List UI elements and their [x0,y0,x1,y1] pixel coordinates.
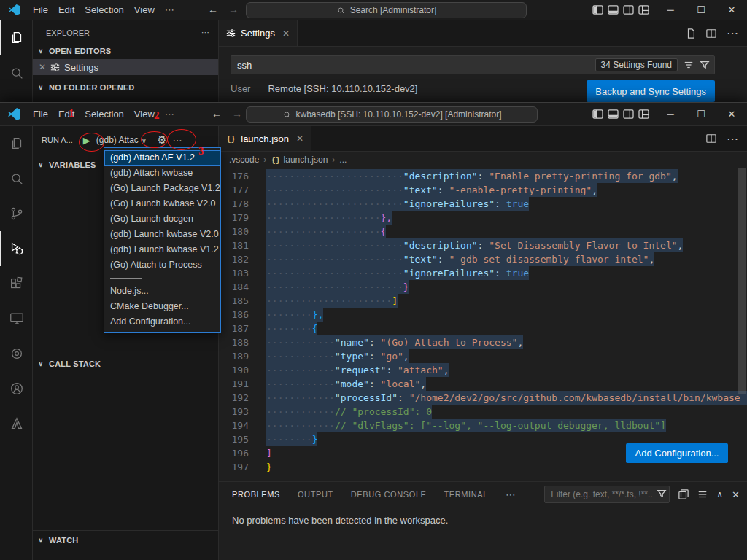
code-line[interactable]: 188············"name": "(Go) Attach to P… [219,335,747,349]
toggle-sidebar-icon[interactable] [592,5,603,15]
menu-file[interactable]: File [28,3,53,17]
add-configuration-button[interactable]: Add Configuration... [626,443,728,463]
code-line[interactable]: 179····················}, [219,211,747,225]
panel-tab-debug-console[interactable]: DEBUG CONSOLE [351,482,427,508]
toggle-secondary-sidebar-icon[interactable] [623,109,634,119]
menu-view[interactable]: View [129,3,160,17]
close-panel-icon[interactable]: ✕ [732,489,740,500]
menu-view[interactable]: View [129,107,160,121]
toggle-sidebar-icon[interactable] [592,109,603,119]
code-line[interactable]: 193············// "processId": 0 [219,405,747,419]
breadcrumb-item[interactable]: {}launch.json [271,155,328,165]
close-tab-icon[interactable]: ✕ [296,133,303,144]
menu-edit[interactable]: Edit [53,107,80,121]
breadcrumb-item[interactable]: .vscode [229,155,259,165]
dropdown-item[interactable]: Node.js... [104,284,220,299]
code-line[interactable]: 183························"ignoreFailur… [219,266,747,280]
open-editor-settings-item[interactable]: ✕ Settings [33,59,218,75]
settings-search-value[interactable]: ssh [237,60,595,71]
start-debugging-button[interactable]: ▶ [83,135,90,146]
problems-filter[interactable] [544,486,670,503]
more-menus-icon[interactable]: ⋯ [160,3,179,17]
configure-gear-icon[interactable]: ⚙ [157,133,166,147]
dropdown-item[interactable]: (Go) Launch Package V1.2 [104,181,220,196]
extensions-icon[interactable] [0,266,32,301]
dropdown-item[interactable]: (Go) Launch kwbase V2.0 [104,196,220,211]
launch-json-tab[interactable]: {} launch.json ✕ [219,126,311,151]
panel-tab-terminal[interactable]: TERMINAL [444,482,488,508]
toggle-panel-icon[interactable] [608,109,619,119]
maximize-button[interactable]: ☐ [686,103,716,125]
scrollbar-thumb[interactable] [738,168,746,394]
back-icon[interactable]: ← [208,4,218,15]
code-line[interactable]: 182························"text": "-gdb… [219,252,747,266]
panel-tab-output[interactable]: OUTPUT [298,482,333,508]
code-line[interactable]: 184························} [219,280,747,294]
back-icon[interactable]: ← [212,108,222,120]
code-line[interactable]: 177························"text": "-ena… [219,183,747,197]
minimize-button[interactable]: ─ [655,0,686,20]
explorer-more-icon[interactable]: ⋯ [201,28,209,37]
dropdown-item[interactable]: (gdb) Attach AE V1.2 [104,150,220,166]
dropdown-item[interactable]: CMake Debugger... [104,299,220,314]
code-line[interactable]: 186········}, [219,308,747,322]
menu-selection[interactable]: Selection [80,3,128,17]
breadcrumb-item[interactable]: ... [339,155,347,165]
dropdown-item[interactable]: (gdb) Launch kwbase V2.0 [104,227,220,242]
remote-explorer-icon[interactable] [0,301,32,336]
explorer-icon[interactable] [0,126,32,161]
dropdown-item[interactable]: (gdb) Attach kwbase [104,166,220,181]
dropdown-item[interactable]: (Go) Launch docgen [104,211,220,227]
code-line[interactable]: 187········{ [219,322,747,335]
backup-sync-settings-button[interactable]: Backup and Sync Settings [587,80,715,102]
minimize-button[interactable]: ─ [655,103,686,125]
call-stack-section-header[interactable]: ∨ CALL STACK [33,354,218,372]
scope-remote-tab[interactable]: Remote [SSH: 10.110.10.152-dev2] [268,83,417,94]
code-line[interactable]: 189············"type": "go", [219,349,747,363]
debug-config-select[interactable]: (gdb) Attac ∨ [96,135,147,145]
view-mode-icon[interactable] [697,489,708,499]
command-center-search[interactable]: kwbasedb [SSH: 10.110.10.152-dev2] [Admi… [246,106,538,122]
code-line[interactable]: 176························"description"… [219,169,747,183]
menu-file[interactable]: File [28,107,53,121]
customize-layout-icon[interactable] [638,109,649,119]
menu-edit[interactable]: Edit [53,3,80,17]
open-settings-json-icon[interactable] [686,28,696,39]
watch-section-header[interactable]: ∨ WATCH [33,530,218,548]
filter-icon[interactable] [657,489,667,499]
settings-tab[interactable]: Settings ✕ [219,20,298,46]
search-activity-icon[interactable] [0,55,32,90]
forward-icon[interactable]: → [232,108,242,120]
run-debug-icon[interactable] [0,231,32,266]
more-actions-icon[interactable]: ⋯ [727,26,738,40]
code-line[interactable]: 192············"processId": "/home2/dev2… [219,391,747,405]
scope-user-tab[interactable]: User [231,83,250,94]
background-search-box[interactable]: Search [Administrator] [246,2,527,18]
search-activity-icon[interactable] [0,161,32,196]
menu-selection[interactable]: Selection [80,107,128,121]
code-line[interactable]: 191············"mode": "local", [219,377,747,391]
code-editor[interactable]: 176························"description"… [219,168,747,481]
dropdown-item[interactable]: Add Configuration... [104,314,220,330]
clear-filters-icon[interactable] [684,60,694,70]
settings-search-box[interactable]: ssh 34 Settings Found [231,55,715,74]
open-in-editor-icon[interactable] [678,489,689,499]
editor-scrollbar[interactable] [738,168,747,481]
customize-layout-icon[interactable] [638,5,649,15]
maximize-button[interactable]: ☐ [686,0,716,20]
filter-icon[interactable] [700,60,710,70]
open-editors-header[interactable]: ∨ OPEN EDITORS [33,43,218,59]
close-button[interactable]: ✕ [716,0,747,20]
target-icon[interactable] [0,336,32,371]
toggle-panel-icon[interactable] [608,5,619,15]
panel-more-icon[interactable]: ⋯ [506,482,516,508]
toggle-secondary-sidebar-icon[interactable] [623,5,634,15]
dropdown-item[interactable]: (Go) Attach to Process [104,257,220,273]
azure-icon[interactable] [0,406,32,441]
forward-icon[interactable]: → [228,4,239,15]
close-button[interactable]: ✕ [716,103,747,125]
more-menus-icon[interactable]: ⋯ [160,107,179,121]
code-line[interactable]: 180····················{ [219,225,747,238]
more-actions-icon[interactable]: ⋯ [727,132,738,146]
split-editor-icon[interactable] [706,28,716,39]
